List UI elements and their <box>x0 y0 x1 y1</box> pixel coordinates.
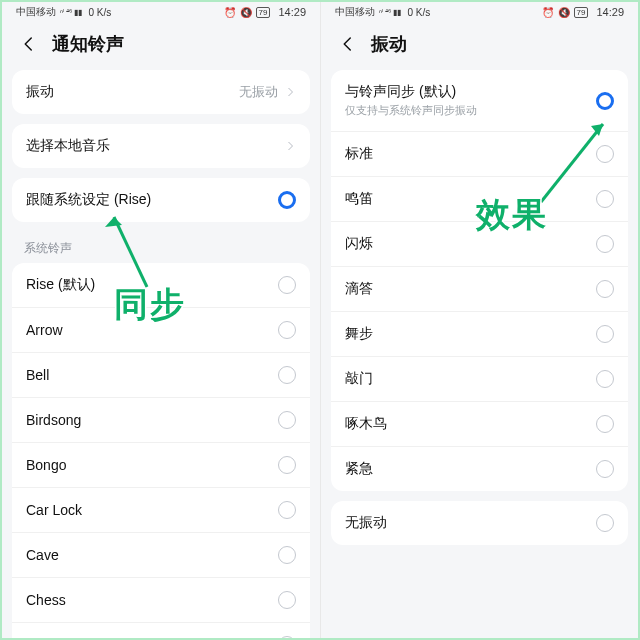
row-label: 振动 <box>26 83 54 101</box>
list-item[interactable]: Cave <box>12 532 310 577</box>
radio-icon <box>596 370 614 388</box>
radio-icon <box>278 546 296 564</box>
list-item[interactable]: Birdsong <box>12 397 310 442</box>
row-vibrate[interactable]: 振动 无振动 <box>12 70 310 114</box>
section-system-ringtones: 系统铃声 <box>2 232 320 263</box>
radio-selected-icon <box>596 92 614 110</box>
row-label: 跟随系统设定 (Rise) <box>26 191 151 209</box>
signal-icon: ⁿˡ ⁴⁶ ▮▮ <box>379 8 401 17</box>
list-item-label: Rise (默认) <box>26 276 95 294</box>
status-bar: 中国移动 ⁿˡ ⁴⁶ ▮▮ 0 K/s ⏰ 🔇 79 14:29 <box>2 2 320 22</box>
list-item-label: 敲门 <box>345 370 373 388</box>
list-item[interactable]: 紧急 <box>331 446 628 491</box>
card-no-vibration: 无振动 <box>331 501 628 545</box>
list-item-label: Arrow <box>26 322 63 338</box>
radio-icon <box>278 456 296 474</box>
list-item-label: Birdsong <box>26 412 81 428</box>
mute-icon: 🔇 <box>558 7 570 18</box>
list-item-label: 紧急 <box>345 460 373 478</box>
list-item-label: Bongo <box>26 457 66 473</box>
mute-icon: 🔇 <box>240 7 252 18</box>
net-speed: 0 K/s <box>407 7 430 18</box>
list-item-label: 闪烁 <box>345 235 373 253</box>
list-item[interactable]: Bell <box>12 352 310 397</box>
battery-icon: 79 <box>574 7 589 18</box>
list-item[interactable]: 舞步 <box>331 311 628 356</box>
list-item-label: Crystal Drop <box>26 637 104 638</box>
list-item-label: 滴答 <box>345 280 373 298</box>
carrier-label: 中国移动 <box>335 5 375 19</box>
card-sync: 与铃声同步 (默认) 仅支持与系统铃声同步振动 标准 鸣笛 闪烁 滴答 舞步 敲… <box>331 70 628 491</box>
radio-icon <box>596 514 614 532</box>
chevron-right-icon <box>284 86 296 98</box>
radio-icon <box>278 501 296 519</box>
carrier-label: 中国移动 <box>16 5 56 19</box>
clock: 14:29 <box>278 6 306 18</box>
list-item[interactable]: 啄木鸟 <box>331 401 628 446</box>
row-no-vibration[interactable]: 无振动 <box>331 501 628 545</box>
net-speed: 0 K/s <box>88 7 111 18</box>
list-item-label: Bell <box>26 367 49 383</box>
list-item[interactable]: 滴答 <box>331 266 628 311</box>
row-sublabel: 仅支持与系统铃声同步振动 <box>345 103 477 118</box>
card-follow-system: 跟随系统设定 (Rise) <box>12 178 310 222</box>
list-item[interactable]: Chess <box>12 577 310 622</box>
list-item-label: 鸣笛 <box>345 190 373 208</box>
list-item[interactable]: Rise (默认) <box>12 263 310 307</box>
radio-selected-icon <box>278 191 296 209</box>
radio-icon <box>278 636 296 638</box>
row-follow-system[interactable]: 跟随系统设定 (Rise) <box>12 178 310 222</box>
row-label: 无振动 <box>345 514 387 532</box>
alarm-icon: ⏰ <box>224 7 236 18</box>
chevron-right-icon <box>284 140 296 152</box>
list-item[interactable]: Bongo <box>12 442 310 487</box>
radio-icon <box>596 460 614 478</box>
status-bar: 中国移动 ⁿˡ ⁴⁶ ▮▮ 0 K/s ⏰ 🔇 79 14:29 <box>321 2 638 22</box>
battery-icon: 79 <box>256 7 271 18</box>
title-bar: 振动 <box>321 22 638 70</box>
list-item-label: 标准 <box>345 145 373 163</box>
status-icons: ⏰ 🔇 79 14:29 <box>224 6 306 18</box>
list-item-label: Cave <box>26 547 59 563</box>
list-item[interactable]: Arrow <box>12 307 310 352</box>
radio-icon <box>596 145 614 163</box>
list-item[interactable]: Crystal Drop <box>12 622 310 638</box>
title-bar: 通知铃声 <box>2 22 320 70</box>
list-item[interactable]: 鸣笛 <box>331 176 628 221</box>
card-vibrate: 振动 无振动 <box>12 70 310 114</box>
page-title: 通知铃声 <box>52 32 124 56</box>
row-label: 选择本地音乐 <box>26 137 110 155</box>
radio-icon <box>278 591 296 609</box>
page-title: 振动 <box>371 32 407 56</box>
list-item-label: Chess <box>26 592 66 608</box>
radio-icon <box>596 190 614 208</box>
list-item-label: 舞步 <box>345 325 373 343</box>
ringtone-list: Rise (默认) Arrow Bell Birdsong Bongo Car … <box>12 263 310 638</box>
row-value: 无振动 <box>239 83 278 101</box>
radio-icon <box>596 235 614 253</box>
list-item[interactable]: 标准 <box>331 131 628 176</box>
row-sync-ringtone[interactable]: 与铃声同步 (默认) 仅支持与系统铃声同步振动 <box>331 70 628 131</box>
list-item[interactable]: 闪烁 <box>331 221 628 266</box>
list-item-label: Car Lock <box>26 502 82 518</box>
row-local-music[interactable]: 选择本地音乐 <box>12 124 310 168</box>
card-local-music: 选择本地音乐 <box>12 124 310 168</box>
radio-icon <box>278 411 296 429</box>
list-item-label: 啄木鸟 <box>345 415 387 433</box>
radio-icon <box>278 276 296 294</box>
list-item[interactable]: 敲门 <box>331 356 628 401</box>
row-label: 与铃声同步 (默认) <box>345 83 477 101</box>
clock: 14:29 <box>596 6 624 18</box>
back-icon[interactable] <box>20 35 38 53</box>
list-item[interactable]: Car Lock <box>12 487 310 532</box>
back-icon[interactable] <box>339 35 357 53</box>
radio-icon <box>278 321 296 339</box>
radio-icon <box>596 325 614 343</box>
status-icons: ⏰ 🔇 79 14:29 <box>542 6 624 18</box>
screen-vibration: 中国移动 ⁿˡ ⁴⁶ ▮▮ 0 K/s ⏰ 🔇 79 14:29 振动 与铃声同… <box>320 2 638 638</box>
radio-icon <box>278 366 296 384</box>
alarm-icon: ⏰ <box>542 7 554 18</box>
radio-icon <box>596 280 614 298</box>
screen-notification-ringtone: 中国移动 ⁿˡ ⁴⁶ ▮▮ 0 K/s ⏰ 🔇 79 14:29 通知铃声 振动… <box>2 2 320 638</box>
radio-icon <box>596 415 614 433</box>
